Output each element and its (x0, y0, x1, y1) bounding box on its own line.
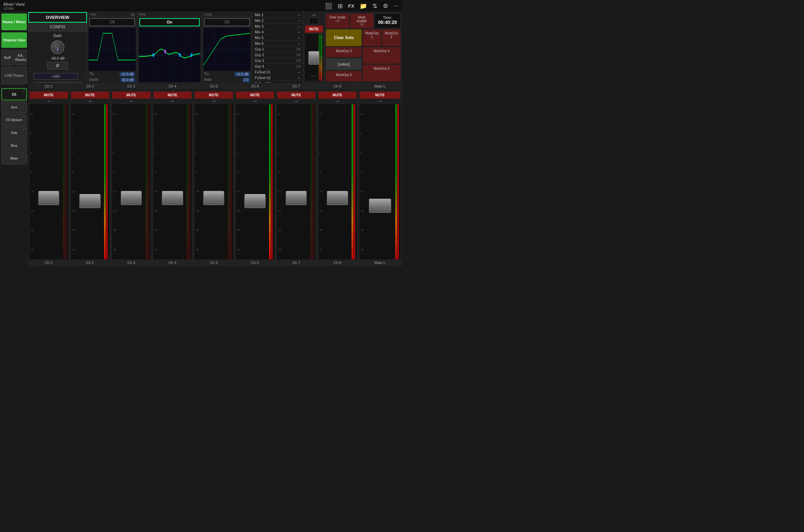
ch-fader-thumb-0[interactable] (38, 191, 59, 205)
tab-main[interactable]: Main (1, 152, 27, 164)
main-fader-thumb[interactable] (308, 51, 319, 65)
settings-icon[interactable]: ⚙ (383, 2, 388, 10)
usb-player-button[interactable]: USB Player (1, 66, 27, 84)
ch-mute-6[interactable]: MUTE (277, 92, 315, 99)
ch-fader-thumb-5[interactable] (245, 194, 265, 208)
main-mute-button[interactable]: MUTE (305, 25, 323, 33)
peq-section: PEQ On (137, 12, 202, 83)
more-icon[interactable]: ··· (394, 2, 399, 10)
ch-mute-1[interactable]: MUTE (71, 92, 110, 99)
ch-meter-green-2 (146, 104, 147, 259)
mix-item[interactable]: Mix 1-∞ (252, 12, 303, 18)
ch-meter-red-8 (397, 104, 399, 259)
ch-mute-5[interactable]: MUTE (236, 92, 274, 99)
mix-item[interactable]: FxSnd 02-∞ (252, 75, 303, 81)
ch-name-6: Ch 7 (276, 83, 317, 89)
fx-icon[interactable]: FX (348, 3, 354, 9)
tab-bus[interactable]: ··· Bus (1, 139, 27, 152)
comp-ratio-param: Ratio 2.0 (202, 77, 252, 83)
mute-enable-button[interactable]: Mute enable Off (350, 14, 374, 28)
ch-mute-0[interactable]: MUTE (30, 92, 68, 99)
mute-grp-1-button[interactable]: MuteGrp 1 (363, 29, 381, 46)
mix-item[interactable]: Mix 2-∞ (252, 18, 303, 23)
ch-mute-3[interactable]: MUTE (154, 92, 192, 99)
ch-fader-thumb-4[interactable] (203, 191, 224, 205)
ch-fader-thumb-2[interactable] (121, 191, 142, 205)
ch-fader-area-3: 1050-5-10-20-30-50 (154, 104, 192, 259)
peq-graph (139, 28, 200, 82)
peq-on-button[interactable]: On (139, 18, 200, 26)
value-display: [value] (326, 58, 362, 70)
comp-off-button[interactable]: Off (204, 18, 250, 26)
ch1-label: Ch 1 (311, 74, 317, 77)
mix-item[interactable]: Grp 3Off (252, 58, 303, 64)
mute-grp-5-button[interactable]: MuteGrp 5 (326, 71, 362, 81)
ch-mute-2[interactable]: MUTE (112, 92, 151, 99)
mix-item[interactable]: Mix 5-∞ (252, 35, 303, 41)
ch-track-7 (319, 104, 357, 259)
gate-dly-section: +48V Dly Off Thr -42.0 dB Depth 30.0 dB (87, 12, 137, 83)
channel-strip-1: Ch 2 MUTE -∞ 1050-5-10-20-30-50 Ch 2 (70, 83, 111, 266)
arrows-icon[interactable]: ⇅ (372, 2, 378, 10)
channel-strip-0: Ch 1 MUTE -∞ 1050-5-10-20-30-50 Ch 1 (28, 83, 70, 266)
fine-mode-button[interactable]: Fine mode Off (326, 14, 349, 28)
sof-button[interactable]: SoF (1, 50, 14, 65)
ch-mute-8[interactable]: MUTE (360, 92, 400, 99)
ch-name-7: Ch 8 (317, 83, 358, 89)
ch-track-6 (277, 104, 315, 259)
ch-fader-thumb-8[interactable] (369, 199, 391, 213)
channel-view-button[interactable]: Channel View (1, 32, 27, 48)
folder-icon[interactable]: 📁 (360, 2, 367, 10)
mute-grp-2-button[interactable]: MuteGrp 2 (382, 29, 401, 46)
channels-area: Ch 1 MUTE -∞ 1050-5-10-20-30-50 Ch 1 Ch … (28, 83, 402, 266)
mix-item[interactable]: Mix 6-∞ (252, 41, 303, 46)
bar-chart-icon[interactable]: ⬛ (325, 2, 332, 10)
main-fader-track: 1050-10-20-40-52 Ch 1 (305, 34, 323, 81)
mute-grp-4-button[interactable]: MuteGrp 4 (363, 47, 401, 64)
tab-sub[interactable]: ··· Sub (1, 127, 27, 139)
home-mixer-button[interactable]: Home / Mixer (1, 14, 27, 30)
ch-fader-thumb-6[interactable] (286, 191, 307, 205)
mix-item[interactable]: FxSnd 01-∞ (252, 69, 303, 75)
phantom-power-button[interactable]: +48V (34, 73, 78, 80)
ch-track-5 (236, 104, 274, 259)
ch-mute-7[interactable]: MUTE (319, 92, 357, 99)
gate-dly-off-button[interactable]: Off (89, 18, 135, 26)
tab-aux[interactable]: ··· Aux (1, 101, 27, 113)
ch-tick-7 (317, 89, 358, 92)
config-button[interactable]: CONFIG (28, 22, 87, 31)
ch-tick-5 (235, 89, 276, 92)
fx-racks-button[interactable]: FX-Racks (15, 50, 27, 65)
tab-fx-return[interactable]: ··· FX Return (1, 114, 27, 126)
ch-bottom-name-2: Ch 3 (111, 260, 152, 266)
ch-tick-2 (111, 89, 152, 92)
tab-ch[interactable]: ··· Ch (1, 88, 27, 100)
ch-fader-thumb-7[interactable] (327, 191, 348, 205)
ch-fader-thumb-1[interactable] (79, 194, 100, 208)
gain-knob[interactable] (51, 40, 64, 54)
ch-track-0 (30, 104, 68, 259)
ch-bottom-name-3: Ch 4 (152, 260, 193, 266)
gate-thr-param: Thr -42.0 dB (87, 71, 137, 77)
mix-item[interactable]: Grp 4Off (252, 64, 303, 69)
ch-fader-thumb-3[interactable] (162, 191, 183, 205)
ch-mute-4[interactable]: MUTE (195, 92, 233, 99)
ch-fader-area-4: 1050-5-10-20-30-50 (195, 104, 233, 259)
mix-item[interactable]: Grp 2Off (252, 52, 303, 58)
mix-item[interactable]: Grp 1Off (252, 46, 303, 52)
mute-grp-6-button[interactable]: MuteGrp 6 (363, 65, 401, 81)
gate-graph (89, 28, 136, 71)
mix-item[interactable]: Mix 4-∞ (252, 29, 303, 35)
phase-button[interactable]: Ø (47, 62, 68, 69)
grid-icon[interactable]: ⊞ (338, 2, 343, 10)
ch-level-2: -∞ (111, 99, 152, 104)
mix-item[interactable]: Mix 3-∞ (252, 23, 303, 29)
overview-button[interactable]: OVERVIEW (28, 12, 87, 22)
svg-point-11 (191, 53, 192, 57)
ch-level-8: -∞ (358, 99, 402, 104)
clear-solo-button[interactable]: Clear Solo (326, 29, 362, 46)
mute-grp-3-button[interactable]: MuteGrp 3 (326, 47, 362, 58)
channel-strip-2: Ch 3 MUTE -∞ 1050-5-10-20-30-50 Ch 3 (111, 83, 152, 266)
comp-header: Comp (202, 12, 252, 17)
channel-strip-5: Ch 6 MUTE -∞ 1050-5-10-20-30-50 Ch 6 (235, 83, 276, 266)
